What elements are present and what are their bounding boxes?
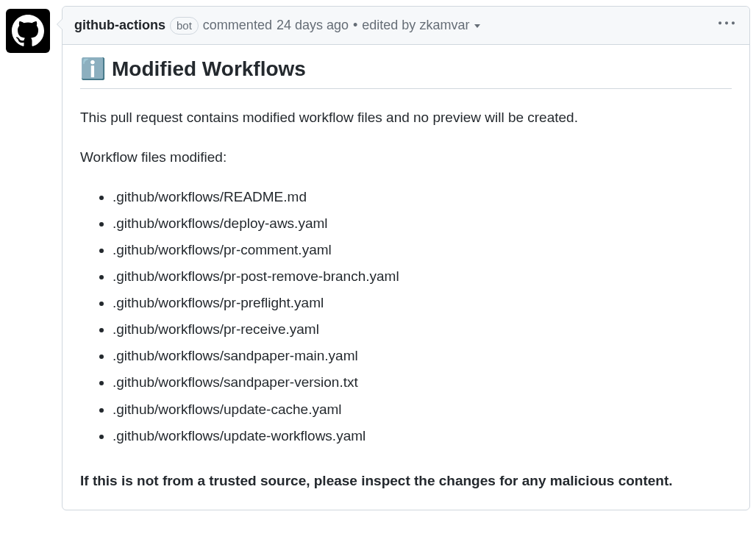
author-avatar[interactable] — [6, 9, 50, 53]
list-item: .github/workflows/sandpaper-version.txt — [113, 369, 732, 396]
list-item: .github/workflows/deploy-aws.yaml — [113, 210, 732, 237]
info-icon: ℹ️ — [80, 57, 106, 81]
list-item: .github/workflows/README.md — [113, 184, 732, 210]
edited-by-user: zkamvar — [419, 18, 469, 32]
comment-container: github-actions bot commented 24 days ago… — [62, 6, 750, 510]
edited-indicator[interactable]: edited by zkamvar — [362, 18, 480, 33]
comment-timeline-item: github-actions bot commented 24 days ago… — [6, 6, 750, 510]
kebab-horizontal-icon — [718, 15, 735, 32]
edited-prefix: edited by — [362, 18, 416, 32]
comment-header-meta: github-actions bot commented 24 days ago… — [74, 17, 480, 35]
comment-action-text: commented — [203, 18, 272, 33]
modified-files-list: .github/workflows/README.md .github/work… — [80, 184, 732, 449]
list-item: .github/workflows/update-workflows.yaml — [113, 423, 732, 449]
warning-text: If this is not from a trusted source, pl… — [80, 470, 732, 492]
comment-body: ℹ️ Modified Workflows This pull request … — [63, 45, 749, 510]
github-icon — [12, 15, 44, 47]
list-item: .github/workflows/pr-comment.yaml — [113, 237, 732, 263]
list-item: .github/workflows/pr-preflight.yaml — [113, 290, 732, 316]
bot-badge: bot — [170, 17, 199, 35]
list-item: .github/workflows/pr-receive.yaml — [113, 316, 732, 343]
list-item: .github/workflows/sandpaper-main.yaml — [113, 343, 732, 369]
comment-header: github-actions bot commented 24 days ago… — [63, 7, 749, 45]
chevron-down-icon — [474, 24, 480, 28]
list-item: .github/workflows/pr-post-remove-branch.… — [113, 263, 732, 290]
intro-paragraph: This pull request contains modified work… — [80, 107, 732, 129]
author-link[interactable]: github-actions — [74, 18, 165, 33]
comment-heading-text: Modified Workflows — [112, 57, 306, 81]
list-item: .github/workflows/update-cache.yaml — [113, 396, 732, 423]
comment-heading: ℹ️ Modified Workflows — [80, 57, 732, 89]
meta-separator: • — [353, 18, 357, 33]
files-label: Workflow files modified: — [80, 146, 732, 168]
comment-actions-menu[interactable] — [716, 13, 738, 38]
comment-timestamp[interactable]: 24 days ago — [277, 18, 349, 33]
